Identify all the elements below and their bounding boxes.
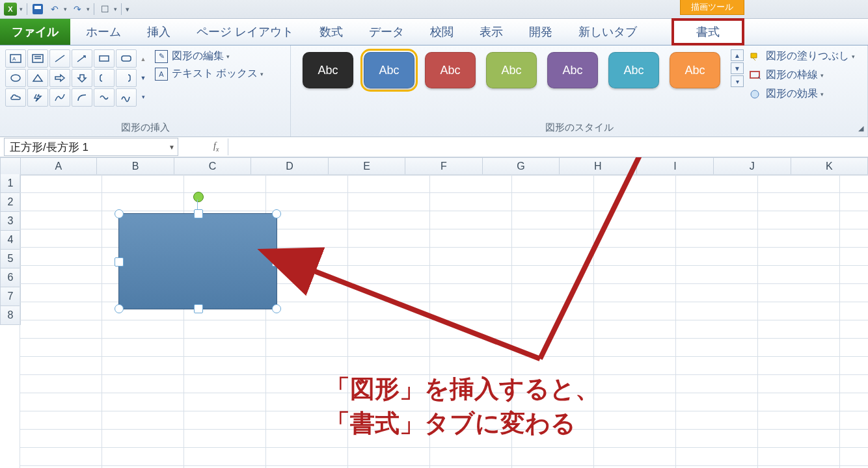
column-header[interactable]: G [483,157,560,176]
qat-extra-dropdown-icon[interactable]: ▾ [114,6,117,12]
qat-dropdown-icon[interactable]: ▾ [20,6,23,12]
shape-effects-label: 図形の効果 [766,87,818,101]
qat-customize-icon[interactable]: ▾ [126,5,129,14]
shape-fill-button[interactable]: 図形の塗りつぶし ▾ [749,49,855,63]
effects-icon [749,89,762,99]
formula-input[interactable] [228,138,868,155]
tab-view[interactable]: 表示 [467,19,516,45]
tab-dev[interactable]: 開発 [516,19,565,45]
resize-handle-se[interactable] [272,304,281,313]
tab-format[interactable]: 書式 [671,18,744,46]
column-header[interactable]: D [251,157,328,176]
name-box[interactable]: 正方形/長方形 1 ▼ [4,138,178,156]
column-header[interactable]: F [405,157,482,176]
shape-style-swatch[interactable]: Abc [364,52,414,88]
shape-style-swatch[interactable]: Abc [486,52,537,88]
gallery-scroll: ▲ ▼ ▾ [731,49,744,87]
row-header[interactable]: 4 [0,231,21,250]
tab-home[interactable]: ホーム [73,19,134,45]
tab-insert[interactable]: 挿入 [134,19,183,45]
text-box-button[interactable]: A テキスト ボックス ▾ [155,67,264,81]
shape-textbox[interactable]: A [5,49,26,68]
shapes-scroll-down[interactable]: ▼ [138,75,148,81]
row-header[interactable]: 2 [0,193,21,212]
resize-handle-w[interactable] [115,257,124,266]
resize-handle-sw[interactable] [115,304,124,313]
qat-extra-button[interactable]: ☐ [98,3,111,16]
shape-oval[interactable] [5,69,26,87]
tab-new[interactable]: 新しいタブ [565,19,650,45]
shape-triangle[interactable] [27,69,48,87]
svg-marker-10 [33,75,42,81]
undo-button[interactable]: ↶ [48,3,61,16]
shape-down-arrow[interactable] [72,69,92,87]
shape-style-swatch[interactable]: Abc [608,52,659,88]
shapes-more[interactable]: ▾ [138,94,148,100]
column-header[interactable]: J [714,157,791,176]
tab-file[interactable]: ファイル [0,19,70,45]
shape-bracket[interactable] [94,69,115,87]
column-header[interactable]: C [174,157,251,176]
shape-right-arrow[interactable] [49,69,70,87]
shape-rect[interactable] [94,49,115,68]
row-header[interactable]: 6 [0,268,21,287]
shape-arrow-line[interactable] [72,49,92,68]
row-header[interactable]: 8 [0,306,21,325]
shape-freeform[interactable] [94,88,115,107]
gallery-scroll-up[interactable]: ▲ [731,49,744,61]
gallery-more-button[interactable]: ▾ [731,75,744,87]
undo-dropdown-icon[interactable]: ▾ [64,6,67,12]
inserted-rectangle-shape[interactable] [118,213,277,309]
resize-handle-nw[interactable] [115,209,124,218]
shape-scribble[interactable] [116,88,137,107]
column-header[interactable]: B [97,157,174,176]
shape-style-swatch[interactable]: Abc [303,52,353,88]
shape-style-swatch[interactable]: Abc [425,52,476,88]
edit-shape-button[interactable]: ✎ 図形の編集 ▾ [155,49,264,63]
shape-arc[interactable] [72,88,92,107]
shape-line[interactable] [49,49,70,68]
shape-brace[interactable] [116,69,137,87]
chevron-down-icon: ▾ [852,53,855,60]
shapes-scroll-up[interactable]: ▲ [138,56,148,62]
column-header[interactable]: E [329,157,405,176]
resize-handle-s[interactable] [194,304,203,313]
shape-effects-button[interactable]: 図形の効果 ▾ [749,87,855,101]
worksheet[interactable]: ABCDEFGHIJK 12345678 「図形」を挿入すると、 「書式」タブに… [0,157,868,468]
shape-cloud[interactable] [5,88,26,107]
dialog-launcher-icon[interactable]: ◢ [858,124,863,133]
tab-data[interactable]: データ [356,19,417,45]
row-header[interactable]: 3 [0,212,21,231]
shape-style-swatch[interactable]: Abc [670,52,720,88]
tab-review[interactable]: 校閲 [417,19,467,45]
select-all-corner[interactable] [0,157,21,176]
tab-page-layout[interactable]: ページ レイアウト [183,19,306,45]
name-box-dropdown-icon[interactable]: ▼ [169,144,175,151]
resize-handle-e[interactable] [272,257,281,266]
shape-outline-button[interactable]: 図形の枠線 ▾ [749,68,855,82]
column-header[interactable]: A [20,157,97,176]
column-header[interactable]: H [560,157,636,176]
redo-button[interactable]: ↷ [71,3,84,16]
resize-handle-ne[interactable] [272,209,281,218]
column-header[interactable]: I [637,157,714,176]
fx-icon[interactable]: fx [213,141,219,153]
row-header[interactable]: 1 [0,174,21,193]
group-label-shape-styles: 図形のスタイル [296,119,862,135]
row-header[interactable]: 7 [0,287,21,306]
row-header[interactable]: 5 [0,250,21,268]
rotation-handle[interactable] [193,192,204,202]
tab-formulas[interactable]: 数式 [306,19,356,45]
save-button[interactable] [31,3,44,16]
shape-textbox-vert[interactable] [27,49,48,68]
gallery-scroll-down[interactable]: ▼ [731,62,744,74]
shape-curve[interactable] [49,88,70,107]
redo-dropdown-icon[interactable]: ▾ [87,6,90,12]
shape-lightning[interactable] [27,88,48,107]
svg-line-6 [77,56,85,62]
shape-style-swatch[interactable]: Abc [547,52,598,88]
column-header[interactable]: K [791,157,868,176]
shape-rounded-rect[interactable] [116,49,137,68]
svg-marker-12 [78,75,86,82]
resize-handle-n[interactable] [194,209,203,218]
